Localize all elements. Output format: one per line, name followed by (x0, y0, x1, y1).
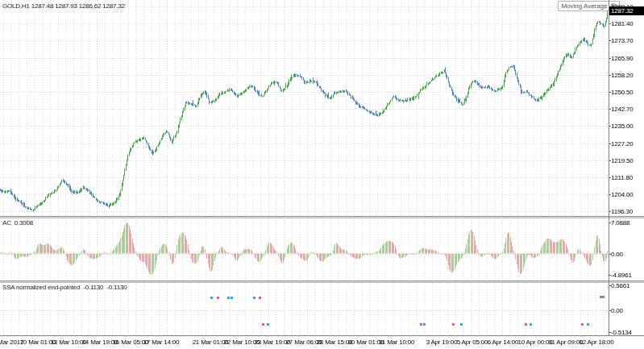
time-axis-label: 3 Apr 19:00 (426, 339, 458, 346)
axis-border-horizontal (0, 335, 644, 336)
time-axis-label: 11 Apr 09:00 (549, 339, 583, 346)
time-axis-label: 17 Mar 14:00 (143, 339, 180, 346)
ssa-indicator-label: SSA normalized end-pointed-0.1130-0.1130 (2, 284, 130, 291)
price-axis-label: 1258.20 (611, 71, 634, 78)
price-axis-label: 1227.20 (611, 139, 634, 147)
price-axis-label: 1196.30 (611, 208, 633, 215)
time-axis-label: 6 Apr 14:00 (488, 339, 519, 346)
current-price-tag: 1287.32 (609, 6, 644, 15)
time-axis-label: 10 Apr 00:00 (518, 339, 553, 346)
panel-divider-ssa[interactable] (0, 280, 644, 283)
ac-axis-label: 7.0888 (611, 219, 629, 226)
ac-axis-label: 0.00 (611, 250, 623, 257)
price-chart-canvas[interactable] (0, 0, 644, 349)
price-axis-label: 1265.90 (611, 54, 634, 61)
ac-indicator-value: 0.3008 (15, 219, 33, 226)
price-axis-label: 1235.00 (611, 123, 634, 130)
ssa-indicator-value-1: -0.1130 (83, 284, 103, 291)
ssa-axis-label: 0.00 (611, 307, 623, 314)
time-axis-label: 12 Apr 18:00 (580, 339, 614, 346)
ac-axis-label: -4.8961 (611, 272, 632, 279)
ac-indicator-name: AC (2, 219, 11, 226)
price-axis-label: 1219.50 (611, 156, 634, 164)
price-axis-label: 1211.80 (611, 173, 633, 181)
price-axis-label: 1204.00 (611, 191, 634, 198)
time-axis-label: 31 Mar 10:00 (379, 339, 415, 346)
time-axis-label: 5 Apr 05:00 (457, 339, 488, 346)
price-axis-label: 1273.70 (611, 37, 634, 44)
panel-divider-ac[interactable] (0, 216, 644, 218)
price-axis-label: 1242.70 (611, 106, 634, 113)
moving-average-label: Moving Average (561, 2, 607, 10)
metatrader-chart-window: GOLD,H1 1287.48 1287.93 1286.62 1287.32 … (0, 0, 644, 349)
ac-indicator-label: AC0.3008 (2, 219, 36, 226)
chart-symbol-ohlc-title: GOLD,H1 1287.48 1287.93 1286.62 1287.32 (2, 2, 125, 10)
axis-border-vertical (609, 0, 609, 335)
ssa-indicator-name: SSA normalized end-pointed (2, 284, 80, 291)
price-axis-label: 1250.50 (611, 88, 634, 95)
ssa-indicator-value-2: -0.1130 (106, 284, 127, 291)
price-axis-label: 1281.40 (611, 20, 634, 27)
ssa-axis-label: -0.5134 (611, 328, 632, 335)
